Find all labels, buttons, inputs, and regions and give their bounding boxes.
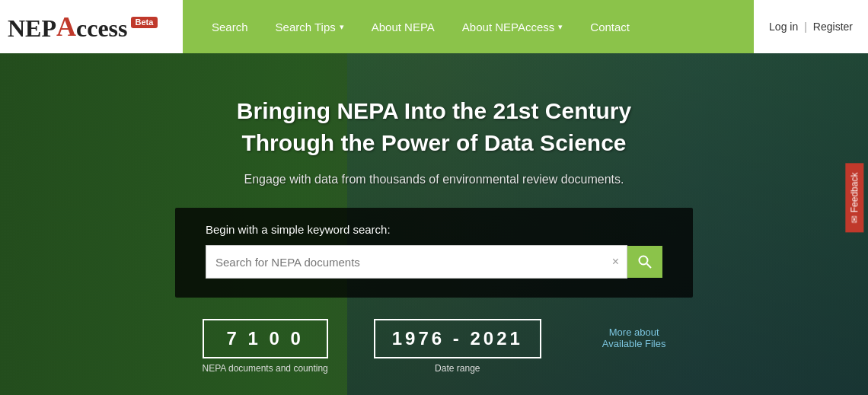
auth-divider: | xyxy=(804,21,807,33)
login-link[interactable]: Log in xyxy=(769,21,798,33)
register-link[interactable]: Register xyxy=(813,21,853,33)
search-clear-button[interactable]: × xyxy=(605,255,627,269)
search-row: × xyxy=(206,245,662,279)
feedback-tab[interactable]: ✉ Feedback xyxy=(846,163,864,232)
stat-date-label: Date range xyxy=(374,363,541,374)
search-button[interactable] xyxy=(627,246,662,278)
more-about-area: More about Available Files xyxy=(587,319,666,349)
search-icon xyxy=(637,254,653,269)
search-input[interactable] xyxy=(206,246,605,278)
stats-row: 7 1 0 0 NEPA documents and counting 1976… xyxy=(203,319,666,374)
search-label: Begin with a simple keyword search: xyxy=(206,223,662,236)
hero-subtitle: Engage with data from thousands of envir… xyxy=(244,173,624,186)
stat-date-box: 1976 - 2021 xyxy=(374,319,541,358)
svg-point-0 xyxy=(640,256,648,265)
stat-date-range: 1976 - 2021 Date range xyxy=(374,319,541,374)
feedback-icon: ✉ xyxy=(850,215,860,223)
about-nepaccess-caret: ▾ xyxy=(558,22,563,32)
nav-contact[interactable]: Contact xyxy=(576,0,643,53)
search-input-wrap: × xyxy=(206,245,627,279)
hero-title: Bringing NEPA Into the 21st Century Thro… xyxy=(237,95,631,159)
logo-nepa: NEP xyxy=(8,16,56,40)
nav-search[interactable]: Search xyxy=(198,0,262,53)
header: NEPAccess Beta Search Search Tips ▾ Abou… xyxy=(0,0,868,53)
hero-content: Bringing NEPA Into the 21st Century Thro… xyxy=(0,53,868,374)
auth-area: Log in | Register xyxy=(754,0,868,53)
search-container: Begin with a simple keyword search: × xyxy=(175,208,693,298)
hero-section: Bringing NEPA Into the 21st Century Thro… xyxy=(0,53,868,395)
logo[interactable]: NEPAccess Beta xyxy=(8,13,158,40)
more-about-link[interactable]: More about Available Files xyxy=(602,327,666,349)
svg-line-1 xyxy=(647,264,652,269)
logo-beta-badge: Beta xyxy=(131,17,158,28)
main-nav: Search Search Tips ▾ About NEPA About NE… xyxy=(183,0,754,53)
nav-about-nepaccess[interactable]: About NEPAccess ▾ xyxy=(448,0,576,53)
logo-area: NEPAccess Beta xyxy=(0,0,183,53)
search-tips-caret: ▾ xyxy=(340,22,344,32)
feedback-label: Feedback xyxy=(850,172,860,212)
nav-about-nepa[interactable]: About NEPA xyxy=(358,0,448,53)
logo-ccess: ccess xyxy=(76,16,128,40)
stat-documents: 7 1 0 0 NEPA documents and counting xyxy=(203,319,328,374)
logo-a: A xyxy=(56,13,76,40)
stat-documents-box: 7 1 0 0 xyxy=(203,319,328,358)
stat-documents-number: 7 1 0 0 xyxy=(221,328,310,349)
stat-documents-label: NEPA documents and counting xyxy=(203,363,328,374)
stat-date-number: 1976 - 2021 xyxy=(392,328,523,349)
nav-search-tips[interactable]: Search Tips ▾ xyxy=(262,0,358,53)
